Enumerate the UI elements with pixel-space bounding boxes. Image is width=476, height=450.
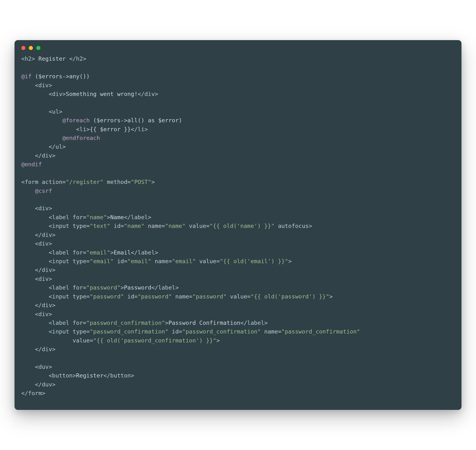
code-token-dir: @foreach [62,117,90,124]
code-line[interactable]: <button>Register</button> [21,372,134,379]
code-line[interactable]: </form> [21,390,45,397]
code-token-text [21,223,49,229]
code-token-attr: name= [144,223,165,229]
code-line[interactable]: <input type="text" id="name" name="name"… [21,223,312,229]
code-token-attr: autofocus [275,223,309,229]
code-line[interactable]: <div> [21,205,52,212]
code-token-text [21,152,35,159]
code-line[interactable]: </div> [21,346,55,353]
code-line[interactable]: <div> [21,240,52,247]
code-token-tag: > [120,284,124,291]
code-token-str: "password_confirmation" [90,328,168,335]
code-line[interactable]: @if ($errors->any()) [21,73,90,80]
code-line[interactable]: <label for="name">Name</label> [21,214,151,221]
code-line[interactable]: <input type="password" id="password" nam… [21,293,333,300]
code-token-str: "password_confirmation" [86,319,165,326]
code-token-text [21,293,49,300]
code-token-text [21,126,76,133]
code-token-str: "password" [192,293,226,300]
code-line[interactable]: <div> [21,82,52,89]
code-token-attr: name= [151,258,172,265]
code-token-tag: <input [49,223,73,229]
code-token-text [21,214,49,221]
code-line[interactable]: </div> [21,267,55,273]
code-token-attr: type= [73,223,90,229]
code-token-attr: for= [73,284,86,291]
code-line[interactable]: <label for="email">Email</label> [21,249,158,256]
code-token-text: Register [76,372,103,379]
code-line[interactable]: <h2> Register </h2> [21,55,86,62]
code-line[interactable]: @csrf [21,188,52,194]
code-token-attr: for= [73,214,86,221]
code-token-attr: type= [73,328,90,335]
close-icon[interactable] [21,46,25,50]
code-token-attr: method= [104,179,131,185]
code-token-tag: </div> [138,91,158,97]
code-token-attr: value= [186,223,209,229]
code-line[interactable]: <li>{{ $error }}</li> [21,126,148,133]
code-token-attr: name= [172,293,193,300]
code-token-str: "email" [172,258,196,265]
code-line[interactable]: </ul> [21,143,66,150]
code-token-str: "password_confirmation" [281,328,360,335]
code-line[interactable]: <label for="password_confirmation">Passw… [21,319,268,326]
code-token-str: "password" [90,293,124,300]
code-token-str: "{{ old('password_confirmation') }}" [93,337,216,344]
code-token-text: Something went wrong! [66,91,138,97]
code-token-tag: </label> [124,214,151,221]
code-line[interactable]: <form action="/register" method="POST"> [21,179,155,185]
code-line[interactable]: <div>Something went wrong!</div> [21,91,158,97]
code-token-attr: type= [73,293,90,300]
code-token-str: "/register" [66,179,104,185]
code-line[interactable]: <input type="password_confirmation" id="… [21,328,360,335]
code-token-str: "password" [86,284,120,291]
code-line[interactable]: @endif [21,161,42,168]
code-token-tag: <div> [35,240,52,247]
code-token-tag: <label [49,214,73,221]
code-token-text [21,381,35,388]
code-line[interactable]: <duv> [21,363,52,370]
code-token-text: {{ $error }} [90,126,131,133]
code-line[interactable]: </duv> [21,381,55,388]
code-token-tag: </label> [131,249,158,256]
code-token-tag: </duv> [35,381,56,388]
code-token-tag: </div> [35,302,56,309]
code-token-tag: <div> [35,276,52,282]
code-token-tag: <div> [35,311,52,318]
minimize-icon[interactable] [29,46,33,50]
code-token-text [21,143,49,150]
code-token-tag: </div> [35,346,56,353]
code-token-str: "POST" [131,179,151,185]
code-token-text [21,108,49,115]
code-token-text: Password [124,284,151,291]
code-token-tag: <div> [49,91,66,97]
code-token-attr: name= [261,328,281,335]
code-token-str: "password_confirmation" [182,328,261,335]
code-line[interactable]: @endforeach [21,135,100,141]
code-token-tag: <label [49,284,73,291]
code-token-text [21,91,49,97]
code-token-text [21,276,35,282]
code-line[interactable]: <label for="password">Password</label> [21,284,179,291]
code-token-text [21,267,35,273]
code-token-tag: > [309,223,312,229]
code-line[interactable]: <div> [21,311,52,318]
maximize-icon[interactable] [36,46,40,50]
code-line[interactable]: <input type="email" id="email" name="ema… [21,258,292,265]
code-token-tag: <label [49,319,73,326]
code-token-str: "text" [90,223,110,229]
code-line[interactable]: <ul> [21,108,62,115]
code-line[interactable]: </div> [21,232,55,238]
code-line[interactable]: value="{{ old('password_confirmation') }… [21,337,220,344]
code-token-attr: for= [73,249,86,256]
code-token-text: Email [114,249,131,256]
code-line[interactable]: @foreach ($errors->all() as $error) [21,117,182,124]
code-editor[interactable]: <h2> Register </h2> @if ($errors->any())… [15,52,461,400]
code-token-text [21,311,35,318]
code-line[interactable]: </div> [21,302,55,309]
code-line[interactable]: <div> [21,276,52,282]
code-token-text [21,319,49,326]
code-token-tag: > [165,319,168,326]
code-token-tag: <h2> [21,55,35,62]
code-line[interactable]: </div> [21,152,55,159]
